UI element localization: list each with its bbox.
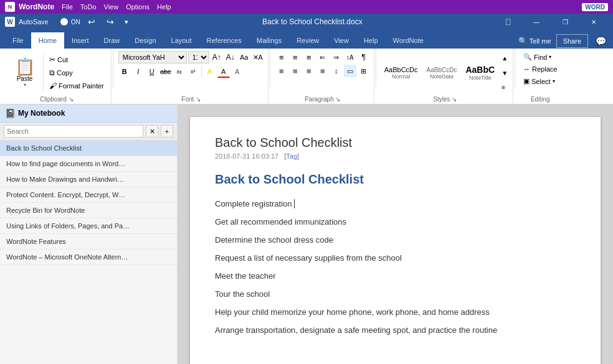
autosave-toggle[interactable]	[51, 17, 69, 26]
style-notedate[interactable]: AaBbCcDc NoteDate	[424, 65, 460, 82]
paragraph-label: Paragraph ↘	[305, 95, 340, 103]
restore-btn[interactable]: ❐	[551, 14, 579, 30]
align-left-btn[interactable]: ≡	[275, 65, 288, 77]
tab-design[interactable]: Design	[127, 32, 163, 49]
sidebar-item-2[interactable]: How to Make Drawings and Handwri…	[0, 172, 177, 187]
quick-access-btn[interactable]: ▾	[121, 14, 131, 29]
styles-more-btn[interactable]: ▲ ▼ ≡	[500, 54, 509, 92]
styles-label: Styles ↘	[433, 95, 457, 103]
sidebar-item-1[interactable]: How to find page documents in Word…	[0, 156, 177, 172]
italic-button[interactable]: I	[132, 65, 145, 78]
doc-item-text-4: Meet the teacher	[215, 271, 276, 281]
copy-button[interactable]: ⧉ Copy	[46, 67, 107, 79]
highlight-color-btn[interactable]: A	[204, 65, 216, 78]
sort-btn[interactable]: ↕A	[344, 51, 356, 63]
font-grow-btn[interactable]: A↑	[211, 51, 223, 63]
font-size-select[interactable]: 11	[188, 51, 209, 63]
share-button[interactable]: Share	[556, 34, 588, 48]
tab-help[interactable]: Help	[356, 32, 386, 49]
onenote-menu-view[interactable]: View	[100, 0, 123, 14]
style-notetitle-label: NoteTitle	[465, 75, 495, 81]
tell-me-area[interactable]: 🔍 Tell me	[518, 37, 551, 45]
style-normal-sample: AaBbCcDc	[384, 66, 418, 73]
ribbon-toggle-btn[interactable]: ⎕	[493, 14, 522, 30]
find-dropdown: ▾	[549, 54, 551, 60]
paste-button[interactable]: 📋 Paste ▾	[6, 54, 44, 92]
style-normal-label: Normal	[384, 73, 418, 80]
minimize-btn[interactable]: —	[522, 14, 551, 30]
onenote-menu-help[interactable]: Help	[153, 0, 175, 14]
show-hide-btn[interactable]: ¶	[358, 51, 370, 63]
tab-references[interactable]: References	[199, 32, 249, 49]
font-name-select[interactable]: Microsoft YaH	[118, 51, 187, 63]
tab-wordnote[interactable]: WordNote	[386, 32, 431, 49]
replace-button[interactable]: ↔ Replace	[520, 63, 560, 75]
format-painter-button[interactable]: 🖌 Format Painter	[46, 80, 107, 92]
select-label: Select	[531, 78, 551, 85]
tab-file[interactable]: File	[5, 32, 31, 49]
font-color-btn[interactable]: A	[217, 65, 230, 78]
sidebar-item-6[interactable]: WordNote Features	[0, 234, 177, 250]
sidebar-item-7[interactable]: WordNote – Microsoft OneNote Altern…	[0, 250, 177, 265]
redo-btn[interactable]: ↪	[103, 14, 118, 29]
search-clear-btn[interactable]: ✕	[146, 125, 158, 138]
tab-view[interactable]: View	[326, 32, 356, 49]
shading-btn[interactable]: A	[231, 65, 244, 78]
clear-format-btn[interactable]: ✕A	[252, 51, 264, 63]
indent-dec-btn[interactable]: ⇐	[316, 51, 329, 63]
search-input[interactable]	[4, 125, 143, 138]
paste-dropdown-arrow: ▾	[24, 82, 26, 88]
onenote-menu-todo[interactable]: ToDo	[77, 0, 100, 14]
onenote-menu-file[interactable]: File	[58, 0, 77, 14]
comments-button[interactable]: 💬	[593, 34, 608, 49]
title-bar-center: Back to School Checklist.docx	[131, 17, 493, 26]
style-notetitle[interactable]: AaBbC NoteTitle	[462, 63, 498, 83]
search-add-btn[interactable]: +	[161, 125, 173, 138]
find-button[interactable]: 🔍 Find ▾	[520, 51, 554, 63]
strikethrough-button[interactable]: abc	[159, 65, 172, 78]
sidebar: 📓 My Notebook ✕ + Back to School Checkli…	[0, 105, 178, 364]
autosave-label: AutoSave	[19, 18, 49, 26]
sidebar-item-3[interactable]: Protect Content. Encrypt, Decrypt, W…	[0, 187, 177, 203]
align-right-btn[interactable]: ≡	[303, 65, 315, 77]
sub-button[interactable]: x₂	[173, 65, 186, 78]
onenote-menu-options[interactable]: Options	[122, 0, 153, 14]
tab-home[interactable]: Home	[31, 32, 64, 49]
close-btn[interactable]: ✕	[579, 14, 608, 30]
editing-group: 🔍 Find ▾ ↔ Replace ▣ Select ▾ Editing	[516, 49, 564, 104]
sidebar-item-5[interactable]: Using Links of Folders, Pages, and Pa…	[0, 218, 177, 234]
font-format-row: B I U abc x₂ x² A A A	[118, 65, 244, 78]
tab-layout[interactable]: Layout	[164, 32, 199, 49]
select-button[interactable]: ▣ Select ▾	[520, 75, 558, 87]
justify-btn[interactable]: ≡	[316, 65, 329, 77]
borders-btn[interactable]: ⊞	[358, 65, 370, 77]
cut-button[interactable]: ✂ Cut	[46, 54, 107, 66]
tab-insert[interactable]: Insert	[64, 32, 97, 49]
bullets-btn[interactable]: ≡	[275, 51, 288, 63]
bold-button[interactable]: B	[118, 65, 131, 78]
shading-para-btn[interactable]: ▭	[344, 65, 356, 77]
line-spacing-btn[interactable]: ↕	[330, 65, 343, 77]
format-painter-label: Format Painter	[59, 82, 104, 90]
sidebar-item-4[interactable]: Recycle Bin for WordNote	[0, 203, 177, 218]
doc-date: 2018-07-31 16:03:17	[215, 152, 278, 160]
indent-inc-btn[interactable]: ⇒	[330, 51, 343, 63]
tab-draw[interactable]: Draw	[97, 32, 128, 49]
undo-btn[interactable]: ↩	[84, 14, 99, 29]
numbering-btn[interactable]: ≡	[289, 51, 302, 63]
sidebar-item-0[interactable]: Back to School Checklist	[0, 141, 177, 156]
tab-review[interactable]: Review	[289, 32, 326, 49]
style-normal[interactable]: AaBbCcDc Normal	[381, 64, 421, 82]
find-label: Find	[534, 54, 547, 61]
underline-button[interactable]: U	[146, 65, 158, 78]
title-bar-controls: ⎕ — ❐ ✕	[493, 14, 608, 30]
sup-button[interactable]: x²	[187, 65, 199, 78]
toggle-knob	[60, 18, 68, 26]
tab-mailings[interactable]: Mailings	[249, 32, 289, 49]
font-case-btn[interactable]: Aa	[238, 51, 250, 63]
align-center-btn[interactable]: ≡	[289, 65, 302, 77]
doc-area[interactable]: Back to School Checklist 2018-07-31 16:0…	[178, 105, 613, 364]
font-shrink-btn[interactable]: A↓	[224, 51, 237, 63]
multilevel-btn[interactable]: ≡	[303, 51, 315, 63]
onenote-menu: File ToDo View Options Help	[58, 0, 175, 14]
